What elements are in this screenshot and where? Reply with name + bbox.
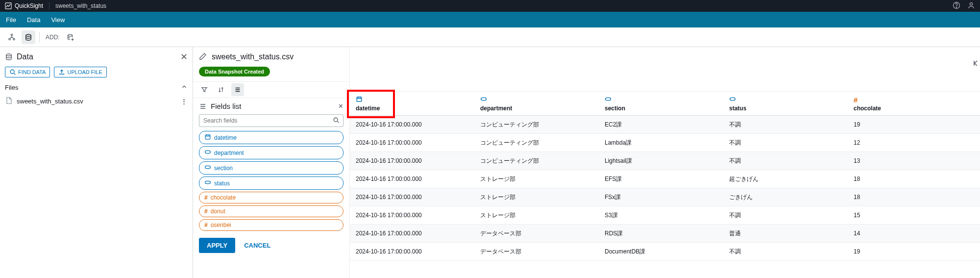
fields-list-title: Fields list — [211, 102, 242, 110]
field-chip-label: chocolate — [211, 194, 236, 201]
data-panel-title: Data — [17, 52, 33, 61]
table-row[interactable]: 2024-10-16 17:00:00.000ストレージ部S3課不調15 — [350, 206, 980, 225]
menu-data[interactable]: Data — [27, 16, 40, 24]
cell-datetime: 2024-10-16 17:00:00.000 — [350, 121, 474, 128]
column-header-chocolate[interactable]: #chocolate — [848, 92, 972, 115]
field-chip-status[interactable]: status — [199, 177, 343, 190]
field-chip-datetime[interactable]: datetime — [199, 131, 343, 144]
svg-point-10 — [10, 70, 14, 74]
user-icon[interactable] — [967, 1, 975, 11]
add-label: ADD: — [46, 34, 60, 41]
string-type-icon — [204, 149, 211, 157]
add-dataset-icon[interactable] — [64, 30, 77, 44]
string-type-icon — [480, 96, 593, 104]
table-row[interactable]: 2024-10-16 17:00:00.000ストレージ部FSx課ごきげん18 — [350, 188, 980, 206]
table-row[interactable]: 2024-10-16 17:00:00.000ストレージ部EFS課超ごきげん18 — [350, 170, 980, 188]
document-title: sweets_with_status — [55, 2, 106, 9]
svg-rect-16 — [357, 97, 362, 101]
cell-status: ごきげん — [723, 193, 848, 202]
field-chip-section[interactable]: section — [199, 161, 343, 175]
cell-chocolate: 18 — [848, 194, 972, 201]
more-icon[interactable]: ⋮ — [181, 98, 188, 105]
cell-chocolate: 12 — [848, 139, 972, 146]
svg-point-7 — [26, 34, 31, 36]
field-chip-chocolate[interactable]: #chocolate — [199, 192, 343, 203]
close-icon[interactable]: ✕ — [180, 51, 188, 62]
upload-file-label: UPLOAD FILE — [67, 69, 102, 75]
search-icon — [333, 117, 340, 125]
column-name: datetime — [356, 105, 468, 112]
find-data-button[interactable]: FIND DATA — [5, 67, 50, 77]
cell-department: コンピューティング部 — [474, 157, 599, 165]
cell-status: 超ごきげん — [723, 175, 848, 183]
table-row[interactable]: 2024-10-16 17:00:00.000データベース部DocumentDB… — [350, 243, 980, 261]
apply-button[interactable]: APPLY — [199, 238, 235, 253]
cell-section: DocumentDB課 — [599, 248, 723, 256]
table-row[interactable]: 2024-10-16 17:00:00.000コンピューティング部EC2課不調1… — [350, 116, 980, 134]
field-chip-osenbei[interactable]: #osenbei — [199, 219, 343, 231]
svg-rect-17 — [481, 98, 487, 100]
field-chip-label: section — [214, 165, 233, 172]
upload-icon — [58, 69, 65, 76]
number-type-icon: # — [204, 222, 208, 228]
cell-section: EFS課 — [599, 175, 723, 183]
column-name: chocolate — [854, 105, 966, 112]
field-chip-donut[interactable]: #donut — [199, 205, 343, 217]
table-row[interactable]: 2024-10-16 17:00:00.000データベース部RDS課普通14 — [350, 225, 980, 243]
cell-chocolate: 14 — [848, 230, 972, 237]
close-icon[interactable]: ✕ — [338, 102, 343, 110]
field-chip-department[interactable]: department — [199, 146, 343, 159]
cell-department: データベース部 — [474, 229, 599, 238]
cell-status: 普通 — [723, 229, 848, 238]
svg-rect-18 — [606, 98, 611, 100]
sort-icon[interactable] — [215, 83, 227, 96]
pencil-icon[interactable] — [199, 52, 207, 62]
menu-file[interactable]: File — [6, 16, 16, 24]
cell-datetime: 2024-10-16 17:00:00.000 — [350, 139, 474, 146]
svg-point-8 — [68, 34, 72, 36]
cell-chocolate: 19 — [848, 248, 972, 255]
search-fields-input[interactable] — [199, 114, 343, 127]
menu-view[interactable]: View — [51, 16, 65, 24]
column-header-department[interactable]: department — [474, 92, 599, 115]
cell-status: 不調 — [723, 139, 848, 147]
table-row[interactable]: 2024-10-16 17:00:00.000コンピューティング部Lambda課… — [350, 134, 980, 152]
cell-section: EC2課 — [599, 121, 723, 129]
app-logo[interactable]: QuickSight — [5, 2, 43, 9]
table-row[interactable]: 2024-10-16 17:00:00.000コンピューティング部Lightsa… — [350, 152, 980, 170]
filter-icon[interactable] — [198, 83, 211, 96]
column-header-status[interactable]: status — [723, 92, 848, 115]
table-view-icon[interactable] — [22, 30, 35, 44]
schema-view-icon[interactable] — [5, 30, 19, 44]
separator — [49, 2, 49, 10]
cancel-button[interactable]: CANCEL — [244, 242, 270, 249]
chevron-up-icon[interactable] — [181, 83, 188, 92]
dataset-name: sweets_with_status.csv — [212, 52, 294, 61]
cell-datetime: 2024-10-16 17:00:00.000 — [350, 248, 474, 255]
data-preview: datetimedepartmentsectionstatus#chocolat… — [350, 47, 980, 278]
column-header-datetime[interactable]: datetime — [350, 92, 474, 115]
cell-status: 不調 — [723, 121, 848, 129]
string-type-icon — [204, 164, 211, 172]
cell-section: S3課 — [599, 211, 723, 220]
column-header-section[interactable]: section — [599, 92, 723, 115]
cell-datetime: 2024-10-16 17:00:00.000 — [350, 212, 474, 219]
snapshot-badge: Data Snapshot Created — [199, 67, 270, 76]
cell-chocolate: 18 — [848, 176, 972, 182]
help-icon[interactable] — [953, 1, 960, 11]
svg-point-6 — [13, 38, 15, 40]
collapse-right-icon[interactable] — [972, 56, 980, 71]
svg-point-2 — [956, 7, 956, 7]
svg-point-5 — [9, 38, 10, 40]
list-view-icon[interactable] — [231, 83, 244, 96]
svg-point-11 — [334, 118, 338, 122]
svg-point-3 — [970, 2, 972, 5]
cell-section: RDS課 — [599, 229, 723, 238]
number-type-icon: # — [204, 194, 208, 201]
cell-datetime: 2024-10-16 17:00:00.000 — [350, 194, 474, 201]
cell-status: 不調 — [723, 157, 848, 165]
upload-file-button[interactable]: UPLOAD FILE — [54, 67, 107, 77]
file-item[interactable]: sweets_with_status.csv ⋮ — [0, 94, 193, 109]
number-type-icon: # — [204, 208, 208, 215]
field-chip-label: donut — [211, 208, 225, 215]
